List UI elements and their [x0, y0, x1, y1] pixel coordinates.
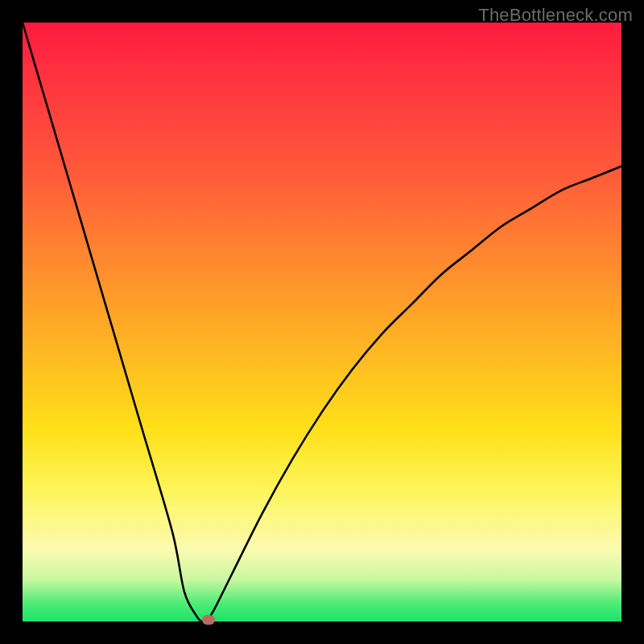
minimum-marker — [202, 615, 215, 625]
bottleneck-curve — [23, 23, 621, 621]
chart-frame: TheBottleneck.com — [0, 0, 644, 644]
plot-area — [23, 23, 621, 621]
